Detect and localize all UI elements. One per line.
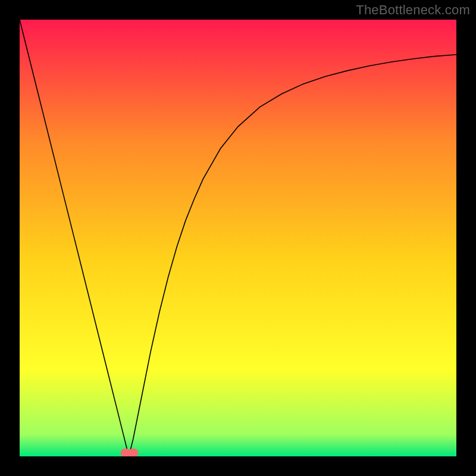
gradient-background (20, 20, 456, 456)
chart-frame: TheBottleneck.com (0, 0, 476, 476)
chart-svg (20, 20, 456, 456)
plot-area (20, 20, 456, 456)
watermark-label: TheBottleneck.com (356, 2, 470, 18)
